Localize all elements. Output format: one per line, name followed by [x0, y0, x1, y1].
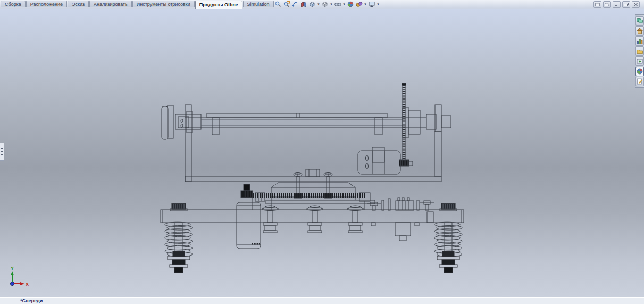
zoom-to-fit-icon[interactable] — [274, 1, 282, 8]
threaded-rod[interactable] — [399, 83, 413, 166]
tab-evaluate[interactable]: Анализировать — [89, 1, 132, 7]
edit-appearance-dropdown-caret[interactable]: ▾ — [364, 2, 367, 6]
command-manager-tabs: Сборка Расположение Эскиз Анализировать … — [1, 1, 274, 9]
home-icon[interactable] — [635, 26, 644, 36]
display-style-icon[interactable] — [321, 1, 329, 8]
circuit-components[interactable] — [367, 198, 434, 226]
top-plate[interactable] — [207, 113, 387, 135]
tank-cylinder[interactable] — [237, 202, 261, 249]
custom-properties-icon[interactable] — [635, 77, 644, 86]
graphics-viewport[interactable]: Y X — [0, 9, 644, 298]
left-crank[interactable] — [162, 105, 201, 139]
center-pedestal[interactable] — [266, 169, 375, 210]
tab-office-products[interactable]: Продукты Office — [195, 1, 242, 9]
reference-triad: Y X — [11, 266, 29, 287]
spring-foot-left[interactable] — [168, 251, 190, 273]
tab-simulation[interactable]: Simulation — [243, 1, 274, 7]
design-library-icon[interactable] — [635, 36, 644, 46]
axis-x-label: X — [26, 282, 29, 287]
cascade-windows-icon[interactable] — [603, 1, 611, 8]
feature-tree-collapse-handle[interactable] — [0, 143, 4, 161]
cad-drawing[interactable]: Y X — [0, 9, 644, 298]
view-orientation-icon[interactable] — [308, 1, 316, 8]
solidworks-resources-icon[interactable] — [635, 16, 644, 26]
window-controls — [593, 1, 640, 8]
section-view-icon[interactable] — [300, 1, 307, 8]
view-palette-icon[interactable] — [635, 56, 644, 66]
heads-up-toolbar: ▾ ▾ ▾ ▾ ▾ — [274, 1, 380, 8]
appearances-scenes-icon[interactable] — [635, 67, 644, 76]
under-plate-bracket[interactable] — [395, 223, 411, 241]
hide-show-items-dropdown-caret[interactable]: ▾ — [342, 2, 346, 6]
tab-sketch[interactable]: Эскиз — [68, 1, 89, 7]
hide-show-items-icon[interactable] — [334, 1, 341, 8]
tab-layout[interactable]: Расположение — [26, 1, 67, 7]
command-bar: Сборка Расположение Эскиз Анализировать … — [0, 0, 644, 9]
previous-view-icon[interactable] — [291, 1, 299, 8]
restore-icon[interactable] — [622, 1, 630, 8]
new-window-icon[interactable] — [593, 1, 601, 8]
file-explorer-icon[interactable] — [635, 46, 644, 56]
horizontal-shaft[interactable] — [185, 118, 426, 127]
view-settings-icon[interactable] — [368, 1, 375, 8]
tab-assembly[interactable]: Сборка — [1, 1, 26, 7]
display-style-dropdown-caret[interactable]: ▾ — [330, 2, 333, 6]
task-pane — [635, 14, 644, 88]
motor[interactable] — [358, 147, 400, 174]
view-orientation-dropdown-caret[interactable]: ▾ — [317, 2, 320, 6]
tab-render-tools[interactable]: Инструменты отрисовки — [132, 1, 195, 7]
status-bar: *Спереди — [0, 297, 644, 304]
edit-appearance-icon[interactable] — [355, 1, 363, 8]
close-icon[interactable] — [632, 1, 640, 8]
axis-y-label: Y — [11, 266, 14, 271]
right-shaft-end[interactable] — [403, 105, 451, 137]
current-view-label: *Спереди — [20, 298, 43, 304]
apply-scene-icon[interactable] — [347, 1, 354, 8]
view-settings-dropdown-caret[interactable]: ▾ — [377, 2, 380, 6]
minimize-icon[interactable] — [613, 1, 621, 8]
spring-foot-right[interactable] — [437, 251, 459, 273]
zoom-to-area-icon[interactable] — [283, 1, 290, 8]
